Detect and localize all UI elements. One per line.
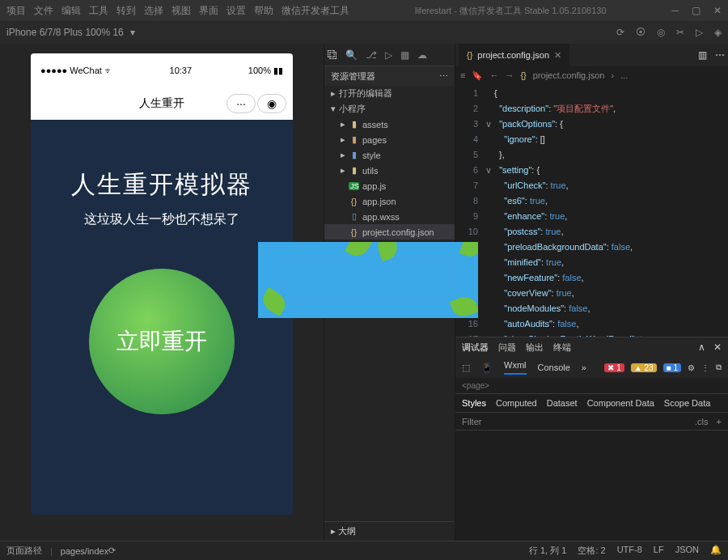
menu-select[interactable]: 选择 [144, 4, 163, 18]
close-icon[interactable]: ✕ [713, 5, 722, 16]
git-icon[interactable]: ⎇ [366, 49, 377, 61]
status-time: 10:37 [170, 66, 193, 75]
dataset-tab[interactable]: Dataset [547, 398, 578, 408]
files-icon[interactable]: ⿻ [328, 49, 337, 61]
tab-close-icon[interactable]: ✕ [554, 50, 561, 61]
window-title: liferestart - 微信开发者工具 Stable 1.05.210813… [359, 5, 662, 17]
record-icon[interactable]: ◎ [657, 27, 665, 38]
menu-settings[interactable]: 设置 [226, 4, 246, 18]
cls-toggle[interactable]: .cls [695, 417, 709, 426]
breadcrumb-file[interactable]: project.config.json [533, 70, 605, 80]
debug-icon[interactable]: ▷ [385, 49, 392, 61]
status-bar: 页面路径 | pages/index ⟳ 行 1, 列 1 空格: 2 UTF-… [0, 541, 728, 560]
status-encoding[interactable]: UTF-8 [617, 545, 642, 557]
open-editors[interactable]: ▸ 打开的编辑器 [324, 86, 455, 101]
settings-icon[interactable]: ⚙ [688, 363, 695, 372]
panel-close-icon[interactable]: ✕ [713, 342, 722, 353]
project-root[interactable]: ▾ 小程序 [324, 101, 455, 117]
search-icon[interactable]: 🔍 [345, 49, 358, 61]
info-badge[interactable]: ■ 1 [663, 363, 681, 372]
warning-badge[interactable]: ▲ 23 [631, 363, 657, 372]
menu-project[interactable]: 项目 [6, 4, 26, 18]
status-page-path[interactable]: pages/index [61, 546, 108, 556]
bookmark2-icon[interactable]: 🔖 [472, 70, 483, 81]
add-style-icon[interactable]: + [717, 417, 722, 426]
rotate-icon[interactable]: ⟳ [616, 27, 624, 38]
scopedata-tab[interactable]: Scope Data [664, 398, 710, 408]
debug-tab-terminal[interactable]: 终端 [553, 342, 571, 354]
device-toggle-icon[interactable]: 📱 [481, 363, 493, 373]
error-badge[interactable]: ✖ 1 [604, 363, 624, 372]
panel-up-icon[interactable]: ∧ [698, 342, 705, 353]
status-lncol[interactable]: 行 1, 列 1 [529, 545, 566, 557]
editor-more-icon[interactable]: ⋯ [715, 49, 725, 61]
maximize-icon[interactable]: ▢ [692, 5, 700, 16]
styles-tab[interactable]: Styles [462, 398, 486, 408]
explorer-title: 资源管理器 [331, 70, 375, 83]
nav-back-icon[interactable]: ← [489, 70, 498, 80]
file-app-json[interactable]: {} app.json [324, 193, 455, 209]
split-icon[interactable]: ▥ [698, 49, 707, 61]
bell-icon[interactable]: 🔔 [710, 545, 722, 557]
status-refresh-icon[interactable]: ⟳ [108, 545, 116, 556]
menu-ui[interactable]: 界面 [199, 4, 218, 18]
restart-button[interactable]: 立即重开 [89, 269, 235, 414]
bookmark-icon[interactable]: ≡ [460, 70, 465, 80]
console-tab[interactable]: Console [538, 363, 570, 372]
debug-tab-problems[interactable]: 问题 [498, 342, 516, 354]
breadcrumb-extra: ... [620, 70, 628, 80]
folder-style[interactable]: ▸ ▮ style [324, 147, 455, 163]
status-lang[interactable]: JSON [675, 545, 699, 557]
floating-banner [258, 242, 478, 318]
page-element[interactable]: <page> [455, 378, 728, 393]
folder-pages[interactable]: ▸ ▮ pages [324, 132, 455, 147]
componentdata-tab[interactable]: Component Data [587, 398, 654, 408]
send-icon[interactable]: ▷ [696, 27, 703, 38]
menu-edit[interactable]: 编辑 [61, 4, 81, 18]
code-editor[interactable]: 12345678910111213141516171819 ∨∨ { "desc… [455, 84, 728, 337]
file-project-config[interactable]: {} project.config.json [324, 224, 455, 240]
status-indent[interactable]: 空格: 2 [578, 545, 605, 557]
menu-wechat-devtools[interactable]: 微信开发者工具 [281, 4, 349, 18]
dock-icon[interactable]: ⧉ [716, 363, 722, 372]
cloud-icon[interactable]: ☁ [417, 49, 427, 61]
device-selector[interactable]: iPhone 6/7/8 Plus 100% 16 [6, 27, 124, 38]
nav-fwd-icon[interactable]: → [505, 70, 514, 80]
folder-utils[interactable]: ▸ ▮ utils [324, 163, 455, 178]
status-carrier: ●●●●● WeChat ᯤ [40, 66, 113, 75]
status-page-path-label: 页面路径 [6, 545, 42, 557]
phone-statusbar: ●●●●● WeChat ᯤ 10:37 100% ▮▮ [31, 53, 293, 87]
more-icon[interactable]: ⋯ [439, 71, 448, 82]
status-battery: 100% ▮▮ [248, 66, 283, 76]
capsule-menu-icon[interactable]: ··· [226, 94, 256, 113]
more-tabs-icon[interactable]: » [582, 363, 586, 372]
debug-tab-output[interactable]: 输出 [526, 342, 544, 354]
ext-icon[interactable]: ▦ [400, 49, 409, 61]
file-app-js[interactable]: JS app.js [324, 178, 455, 193]
device-dropdown-icon[interactable]: ▾ [130, 27, 135, 38]
style-filter[interactable]: Filter [462, 417, 481, 426]
computed-tab[interactable]: Computed [496, 398, 537, 408]
minimize-icon[interactable]: ─ [671, 5, 679, 16]
debug-tab-debugger[interactable]: 调试器 [462, 342, 489, 354]
menu-file[interactable]: 文件 [34, 4, 53, 18]
cut-icon[interactable]: ✂ [676, 27, 684, 38]
folder-assets[interactable]: ▸ ▮ assets [324, 117, 455, 132]
misc-icon[interactable]: ◈ [714, 27, 722, 38]
kebab-icon[interactable]: ⋮ [701, 363, 709, 372]
target-icon[interactable]: ⦿ [636, 27, 645, 38]
outline-section[interactable]: ▸ 大纲 [324, 521, 455, 541]
file-app-wxss[interactable]: ▯ app.wxss [324, 209, 455, 224]
inspect-icon[interactable]: ⬚ [462, 363, 470, 373]
menu-help[interactable]: 帮助 [254, 4, 273, 18]
capsule-close-icon[interactable]: ◉ [257, 94, 286, 113]
editor-tab-active[interactable]: {}project.config.json✕ [459, 44, 569, 66]
menu-goto[interactable]: 转到 [116, 4, 136, 18]
status-eol[interactable]: LF [654, 545, 664, 557]
menu-view[interactable]: 视图 [171, 4, 191, 18]
editor-panel: {}project.config.json✕ ▥ ⋯ ≡ 🔖 ← → {} pr… [455, 44, 728, 541]
wxml-tab[interactable]: Wxml [504, 360, 527, 375]
phone-navbar: 人生重开 ··· ◉ [31, 87, 293, 120]
menu-tool[interactable]: 工具 [89, 4, 108, 18]
title-bar: 项目 文件 编辑 工具 转到 选择 视图 界面 设置 帮助 微信开发者工具 li… [0, 0, 728, 21]
